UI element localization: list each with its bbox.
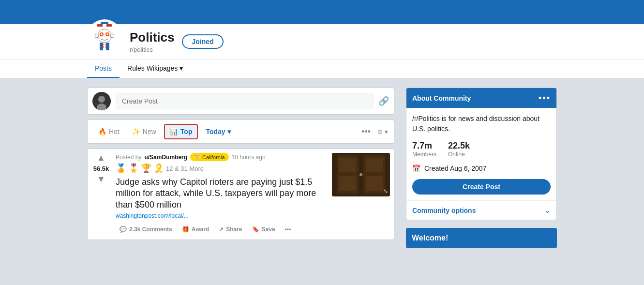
- create-post-input[interactable]: [116, 93, 374, 109]
- upvote-button[interactable]: ▲: [97, 153, 105, 163]
- community-icon: [87, 19, 122, 54]
- today-filter-button[interactable]: Today ▾: [201, 125, 235, 138]
- award-icon: 🎁: [182, 226, 189, 233]
- tab-posts[interactable]: Posts: [87, 60, 120, 78]
- more-badges: 12 & 31 More: [166, 165, 204, 172]
- nav-tabs: Posts Rules Wikipages ▾: [0, 59, 644, 78]
- created-date: Created Aug 6, 2007: [424, 165, 486, 172]
- post-flair: 🎌 California: [190, 153, 228, 161]
- sort-more-button[interactable]: •••: [358, 125, 374, 139]
- post-source-link[interactable]: washingtonpost.com/local/...: [116, 212, 327, 219]
- svg-point-13: [110, 34, 114, 38]
- post-body: Posted by u/SamDumberg 🎌 California 10 h…: [116, 153, 327, 236]
- tab-rules-wikipages[interactable]: Rules Wikipages ▾: [120, 60, 191, 78]
- comments-icon: 💬: [120, 226, 127, 233]
- joined-button[interactable]: Joined: [182, 34, 223, 49]
- link-icon[interactable]: 🔗: [378, 96, 389, 106]
- svg-rect-16: [102, 44, 104, 45]
- new-sort-button[interactable]: ✨ New: [127, 125, 161, 138]
- about-more-button[interactable]: •••: [539, 93, 551, 103]
- about-community-body: /r/Politics is for news and discussion a…: [406, 108, 556, 200]
- about-community-header: About Community •••: [406, 88, 556, 108]
- bookmark-icon: 🔖: [252, 226, 259, 233]
- expand-thumbnail-icon[interactable]: ⤡: [383, 188, 388, 195]
- view-toggle-button[interactable]: ⊞ ▾: [377, 128, 388, 135]
- create-post-bar: 🔗: [87, 88, 394, 115]
- chevron-down-icon: ▾: [385, 128, 388, 135]
- chart-icon: 📊: [170, 128, 178, 135]
- post-card: ▲ 56.5k ▼ Posted by u/SamDumberg 🎌 Calif…: [87, 149, 394, 240]
- badge-4: 🎗️: [153, 163, 164, 174]
- community-header: Politics r/politics Joined Posts Rules W…: [0, 24, 644, 78]
- members-stat: 7.7m Members: [412, 141, 436, 158]
- badge-2: 🎖️: [128, 163, 139, 174]
- vote-count: 56.5k: [93, 165, 109, 172]
- comments-button[interactable]: 💬 2.3k Comments: [116, 223, 176, 236]
- post-author[interactable]: u/SamDumberg: [144, 154, 187, 161]
- members-count: 7.7m: [412, 141, 436, 151]
- post-thumbnail[interactable]: ⤡: [332, 153, 390, 196]
- online-stat: 22.5k Online: [448, 141, 470, 158]
- svg-rect-3: [99, 24, 103, 27]
- svg-rect-17: [102, 46, 104, 48]
- about-description: /r/Politics is for news and discussion a…: [412, 114, 551, 134]
- badge-1: 🏅: [116, 163, 126, 174]
- save-button[interactable]: 🔖 Save: [248, 223, 279, 236]
- chevron-down-icon: ▾: [227, 128, 231, 135]
- community-info: Politics r/politics: [130, 30, 174, 53]
- community-options-row[interactable]: Community options ⌄: [406, 200, 556, 220]
- svg-rect-2: [101, 22, 108, 24]
- members-label: Members: [412, 151, 436, 158]
- svg-point-10: [101, 33, 103, 35]
- svg-point-21: [98, 96, 105, 103]
- feed-area: 🔗 🔥 Hot ✨ New 📊 Top Today ▾ ••• ⊞: [87, 88, 394, 248]
- svg-rect-18: [105, 44, 107, 45]
- top-sort-button[interactable]: 📊 Top: [164, 124, 198, 139]
- sort-bar: 🔥 Hot ✨ New 📊 Top Today ▾ ••• ⊞ ▾: [87, 120, 394, 144]
- svg-rect-5: [106, 24, 110, 27]
- community-name: Politics: [130, 30, 174, 45]
- post-meta: Posted by u/SamDumberg 🎌 California 10 h…: [116, 153, 327, 161]
- user-avatar: [92, 92, 111, 110]
- online-count: 22.5k: [448, 141, 470, 151]
- grid-view-icon: ⊞: [377, 128, 383, 135]
- post-actions: 💬 2.3k Comments 🎁 Award ↗ Share 🔖 Save: [116, 223, 327, 236]
- award-button[interactable]: 🎁 Award: [178, 223, 213, 236]
- sidebar-create-post-button[interactable]: Create Post: [412, 179, 551, 195]
- post-title[interactable]: Judge asks why Capitol rioters are payin…: [116, 177, 327, 210]
- about-community-title: About Community: [412, 94, 471, 102]
- svg-point-12: [95, 34, 99, 38]
- sidebar: About Community ••• /r/Politics is for n…: [406, 88, 557, 248]
- downvote-button[interactable]: ▼: [97, 174, 105, 184]
- main-content: 🔗 🔥 Hot ✨ New 📊 Top Today ▾ ••• ⊞: [0, 78, 644, 258]
- svg-point-7: [98, 29, 111, 43]
- stats-row: 7.7m Members 22.5k Online: [412, 141, 551, 158]
- share-icon: ↗: [219, 226, 224, 233]
- more-actions-button[interactable]: •••: [281, 223, 295, 236]
- calendar-icon: 📅: [412, 165, 420, 172]
- post-badges: 🏅 🎖️ 🏆 🎗️ 12 & 31 More: [116, 163, 327, 174]
- share-button[interactable]: ↗ Share: [215, 223, 246, 236]
- hot-sort-button[interactable]: 🔥 Hot: [93, 125, 124, 138]
- welcome-card: Welcome!: [406, 228, 557, 248]
- created-row: 📅 Created Aug 6, 2007: [412, 165, 551, 172]
- svg-rect-19: [105, 46, 107, 48]
- community-options-label: Community options: [412, 207, 476, 214]
- svg-point-11: [106, 33, 108, 35]
- sparkle-icon: ✨: [132, 128, 140, 135]
- community-slug: r/politics: [130, 46, 174, 53]
- flame-icon: 🔥: [98, 128, 106, 135]
- vote-column: ▲ 56.5k ▼: [91, 153, 111, 236]
- badge-3: 🏆: [141, 163, 151, 174]
- posted-by-label: Posted by: [116, 154, 141, 161]
- welcome-title: Welcome!: [412, 234, 448, 242]
- post-time: 10 hours ago: [232, 154, 266, 161]
- online-label: Online: [448, 151, 470, 158]
- svg-rect-4: [103, 24, 106, 27]
- about-community-card: About Community ••• /r/Politics is for n…: [406, 88, 557, 220]
- svg-rect-31: [332, 153, 390, 196]
- community-options-chevron: ⌄: [544, 206, 551, 215]
